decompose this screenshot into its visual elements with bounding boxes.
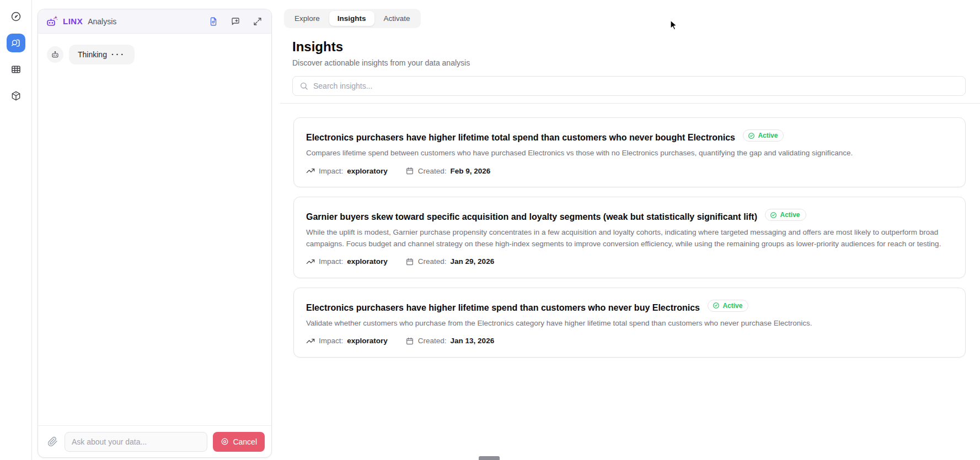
insight-meta: Impact: exploratory Created: Jan 29, 202… [306, 257, 953, 266]
insights-search [292, 76, 966, 96]
trending-up-icon [306, 166, 315, 175]
cancel-button[interactable]: Cancel [213, 432, 265, 452]
insight-description: While the uplift is modest, Garnier purc… [306, 227, 953, 250]
thinking-text: Thinking [78, 50, 107, 59]
created-value: Jan 13, 2026 [451, 337, 495, 345]
trending-up-icon [306, 337, 315, 345]
insight-meta: Impact: exploratory Created: Feb 9, 2026 [306, 166, 953, 175]
impact-value: exploratory [347, 257, 388, 266]
page-title: Insights [292, 39, 966, 55]
composer-bar: Cancel [38, 425, 271, 457]
insight-meta: Impact: exploratory Created: Jan 13, 202… [306, 337, 953, 345]
chat-area: Thinking ··· [38, 34, 271, 425]
impact-value: exploratory [347, 167, 388, 175]
panel-header: LINX Analysis [38, 9, 271, 34]
search-icon [299, 82, 308, 90]
assistant-message: Thinking ··· [47, 45, 263, 64]
main-area: Explore Insights Activate Insights Disco… [280, 0, 980, 460]
icon-rail [0, 0, 32, 460]
comment-add-icon[interactable] [229, 15, 242, 28]
expand-icon[interactable] [251, 15, 264, 28]
thinking-bubble: Thinking ··· [69, 45, 135, 64]
circle-dot-icon [221, 437, 229, 446]
ask-data-input[interactable] [65, 432, 207, 452]
status-badge: Active [743, 129, 784, 142]
tab-explore[interactable]: Explore [286, 11, 328, 26]
check-circle-icon [770, 212, 777, 219]
cancel-label: Cancel [233, 437, 257, 446]
linx-robot-logo-icon [46, 15, 59, 28]
status-badge: Active [765, 209, 806, 221]
insight-description: Compares lifetime spend between customer… [306, 148, 953, 159]
panel-title: Analysis [88, 17, 116, 26]
trending-up-icon [306, 257, 315, 266]
check-circle-icon [713, 302, 720, 309]
analysis-panel: LINX Analysis [38, 9, 272, 458]
thinking-dots: ··· [111, 50, 126, 59]
insight-card-list: Electronics purchasers have higher lifet… [280, 104, 980, 358]
status-badge: Active [708, 300, 748, 312]
attachment-paperclip-icon[interactable] [46, 435, 59, 448]
insight-description: Validate whether customers who purchase … [306, 318, 953, 329]
table-icon[interactable] [7, 60, 25, 79]
calendar-icon [405, 166, 414, 175]
insight-title: Electronics purchasers have higher lifet… [306, 302, 700, 312]
created-value: Feb 9, 2026 [451, 167, 491, 175]
tab-activate[interactable]: Activate [376, 11, 419, 26]
search-insights-input[interactable] [313, 82, 958, 90]
created-value: Jan 29, 2026 [451, 257, 495, 266]
page-subtitle: Discover actionable insights from your d… [292, 58, 966, 67]
impact-value: exploratory [347, 337, 388, 345]
cube-icon[interactable] [7, 86, 25, 105]
tab-insights[interactable]: Insights [329, 11, 374, 26]
assistant-robot-avatar [47, 46, 63, 63]
insight-title: Electronics purchasers have higher lifet… [306, 133, 735, 142]
calendar-icon [405, 257, 414, 266]
insight-title: Garnier buyers skew toward specific acqu… [306, 212, 757, 221]
clock-icon[interactable] [7, 7, 25, 26]
analysis-search-icon[interactable] [7, 34, 25, 52]
insight-card[interactable]: Garnier buyers skew toward specific acqu… [293, 197, 966, 278]
bottom-peek-handle [479, 456, 500, 460]
view-tabbar: Explore Insights Activate [284, 9, 421, 28]
check-circle-icon [748, 132, 755, 139]
calendar-icon [405, 337, 414, 345]
insight-card[interactable]: Electronics purchasers have higher lifet… [293, 117, 966, 187]
linx-logo-text: LINX [63, 17, 83, 26]
insight-card[interactable]: Electronics purchasers have higher lifet… [293, 288, 966, 358]
document-edit-icon[interactable] [207, 15, 219, 28]
